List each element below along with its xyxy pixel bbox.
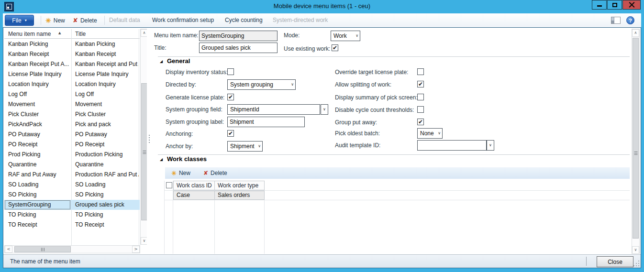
use-existing-work-checkbox[interactable]: ✔ — [332, 44, 338, 51]
system-grouping-label-field[interactable] — [227, 117, 305, 127]
menu-item-name-cell[interactable]: Kanban Receipt — [4, 49, 71, 59]
menu-item-name-cell[interactable]: PickAndPack — [4, 120, 71, 130]
menu-item-row[interactable]: QuarantineQuarantine — [4, 160, 140, 170]
menu-item-title-cell[interactable]: Location Inquiry — [71, 79, 139, 89]
audit-template-id-input[interactable] — [417, 140, 487, 151]
menu-item-title-cell[interactable]: Pick and pack — [71, 120, 139, 130]
menu-item-title-cell[interactable]: Movement — [71, 99, 139, 109]
menu-item-name-cell[interactable]: License Plate Inquiry — [4, 69, 71, 79]
menu-item-name-cell[interactable]: Kanban Receipt Put A... — [4, 59, 71, 69]
menu-item-title-cell[interactable]: SO Picking — [71, 190, 139, 200]
menu-item-row[interactable]: PO PutawayPO Putaway — [4, 130, 140, 140]
menu-item-title-cell[interactable]: Pick Cluster — [71, 109, 139, 120]
maximize-button[interactable] — [607, 0, 622, 10]
resize-grip[interactable] — [633, 261, 639, 266]
menu-item-work-confirmation-setup[interactable]: Work confirmation setup — [152, 13, 214, 27]
menu-item-row[interactable]: Prod PickingProduction Picking — [4, 150, 140, 160]
group-put-away-checkbox[interactable]: ✔ — [417, 119, 424, 125]
audit-template-id-dropdown-button[interactable]: ∨ — [487, 140, 494, 151]
menu-item-name-cell[interactable]: SO Picking — [4, 190, 71, 200]
chevron-down-icon[interactable]: ∨ — [355, 34, 358, 38]
pick-oldest-batch-dropdown[interactable]: None ∨ — [417, 128, 443, 139]
menu-item-name-cell[interactable]: Movement — [4, 99, 71, 109]
menu-item-row[interactable]: TO PickingTO Picking — [4, 210, 140, 220]
menu-item-name-cell[interactable]: TO Receipt — [4, 220, 71, 230]
menu-item-row[interactable]: Kanban ReceiptKanban Receipt — [4, 49, 140, 59]
menu-item-name-cell[interactable]: PO Putaway — [4, 130, 71, 140]
menu-item-title-cell[interactable]: SO Loading — [71, 180, 139, 190]
menu-item-row[interactable]: PO ReceiptPO Receipt — [4, 140, 140, 150]
scroll-right-button[interactable]: > — [132, 246, 140, 253]
menu-item-row[interactable]: TO ReceiptTO Receipt — [4, 220, 140, 230]
work-classes-new-button[interactable]: ✳ New — [171, 167, 190, 179]
menu-item-row[interactable]: SystemGroupingGrouped sales pick — [4, 200, 140, 210]
menu-item-row[interactable]: Kanban Receipt Put A...Kanban Receipt an… — [4, 59, 140, 69]
menu-item-name-cell[interactable]: Quarantine — [4, 160, 71, 170]
menu-item-row[interactable]: Log OffLog Off — [4, 89, 140, 99]
delete-button[interactable]: ✘ Delete — [73, 13, 97, 27]
menu-item-title-cell[interactable]: Log Off — [71, 89, 139, 99]
menu-item-title-cell[interactable]: License Plate Inquiry — [71, 69, 139, 79]
menu-item-row[interactable]: SO LoadingSO Loading — [4, 180, 140, 190]
close-window-button[interactable] — [622, 0, 641, 10]
work-order-type-cell[interactable]: Sales orders — [214, 191, 265, 200]
work-classes-select-all-checkbox[interactable] — [166, 182, 172, 188]
allow-splitting-of-work-checkbox[interactable]: ✔ — [417, 81, 424, 87]
menu-item-title-cell[interactable]: TO Receipt — [71, 220, 139, 230]
menu-item-title-cell[interactable]: PO Putaway — [71, 130, 139, 140]
menu-item-row[interactable]: License Plate InquiryLicense Plate Inqui… — [4, 69, 140, 79]
anchor-by-dropdown[interactable]: Shipment ∨ — [227, 141, 263, 152]
menu-item-title-cell[interactable]: Grouped sales pick — [71, 200, 139, 210]
menu-item-name-cell[interactable]: Log Off — [4, 89, 71, 99]
directed-by-dropdown[interactable]: System grouping ∨ — [227, 79, 296, 90]
menu-item-row[interactable]: SO PickingSO Picking — [4, 190, 140, 200]
menu-item-name-cell[interactable]: Prod Picking — [4, 150, 71, 160]
menu-item-name-cell[interactable]: PO Receipt — [4, 140, 71, 150]
menu-item-name-cell[interactable]: Location Inquiry — [4, 79, 71, 89]
disable-cycle-count-thresholds-checkbox[interactable] — [417, 106, 424, 113]
new-button[interactable]: ✳ New — [45, 13, 65, 27]
column-header-menu-item-name[interactable]: Menu item name ▲ — [4, 29, 71, 38]
section-header-general[interactable]: General — [167, 57, 190, 65]
menu-item-title-cell[interactable]: TO Picking — [71, 210, 139, 220]
menu-item-name-cell[interactable]: RAF and Put Away — [4, 170, 71, 180]
column-header-work-order-type[interactable]: Work order type — [214, 181, 265, 190]
work-classes-delete-button[interactable]: ✘ Delete — [203, 167, 227, 179]
main-vertical-scrollbar[interactable]: ∧ ∨ — [632, 29, 640, 254]
column-header-work-class-id[interactable]: Work class ID — [173, 181, 215, 190]
system-grouping-field-input[interactable]: ShipmentId — [227, 104, 320, 115]
left-grid-horizontal-scrollbar[interactable]: < > — [4, 245, 140, 253]
scroll-up-button[interactable]: ∧ — [632, 29, 639, 37]
menu-item-name-cell[interactable]: SystemGrouping — [4, 200, 71, 210]
menu-item-row[interactable]: Kanban PickingKanban Picking — [4, 39, 140, 49]
scroll-left-button[interactable]: < — [5, 246, 12, 253]
minimize-button[interactable] — [592, 0, 607, 10]
menu-item-cycle-counting[interactable]: Cycle counting — [225, 13, 263, 27]
menu-item-name-cell[interactable]: SO Loading — [4, 180, 71, 190]
display-inventory-status-checkbox[interactable] — [227, 68, 234, 75]
scroll-down-button[interactable]: ∨ — [632, 246, 639, 254]
file-menu-button[interactable]: File ▾ — [5, 15, 34, 26]
menu-item-title-cell[interactable]: Kanban Picking — [71, 39, 139, 49]
system-grouping-field-dropdown-button[interactable]: ∨ — [321, 104, 328, 115]
menu-item-title-cell[interactable]: Production RAF and Put A — [71, 170, 139, 180]
chevron-down-icon[interactable]: ∨ — [291, 83, 294, 87]
section-header-work-classes[interactable]: Work classes — [167, 155, 207, 163]
generate-license-plate-checkbox[interactable]: ✔ — [227, 94, 234, 100]
menu-item-title-cell[interactable]: Kanban Receipt — [71, 49, 139, 59]
work-class-id-cell[interactable]: Case — [173, 191, 215, 200]
anchoring-checkbox[interactable]: ✔ — [227, 130, 234, 137]
menu-item-title-cell[interactable]: Quarantine — [71, 160, 139, 170]
chevron-down-icon[interactable]: ∨ — [438, 131, 441, 135]
column-header-title[interactable]: Title — [71, 29, 138, 38]
menu-item-name-cell[interactable]: TO Picking — [4, 210, 71, 220]
menu-item-row[interactable]: Location InquiryLocation Inquiry — [4, 79, 140, 89]
menu-item-name-field[interactable] — [199, 31, 278, 41]
menu-item-row[interactable]: RAF and Put AwayProduction RAF and Put A — [4, 170, 140, 180]
scrollbar-thumb[interactable] — [633, 38, 639, 239]
close-button[interactable]: Close — [597, 256, 633, 267]
chevron-down-icon[interactable]: ∨ — [258, 144, 261, 148]
mode-dropdown[interactable]: Work ∨ — [331, 31, 360, 41]
menu-item-name-cell[interactable]: Pick Cluster — [4, 109, 71, 120]
menu-item-title-cell[interactable]: Kanban Receipt and Put A — [71, 59, 139, 69]
